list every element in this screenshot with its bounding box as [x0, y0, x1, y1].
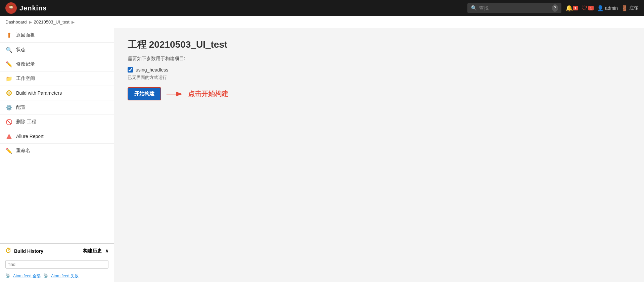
sidebar-item-build-params[interactable]: Build with Parameters: [0, 86, 114, 100]
status-icon: 🔍: [5, 46, 13, 53]
sidebar-item-build-params-label: Build with Parameters: [16, 90, 62, 96]
search-input[interactable]: [479, 5, 550, 11]
history-icon: ⏱: [5, 247, 11, 254]
app-title: Jenkins: [19, 4, 47, 12]
param-row: using_headless: [128, 67, 631, 73]
collapse-icon[interactable]: ∧: [105, 248, 108, 253]
delete-icon: 🚫: [5, 118, 13, 126]
sidebar-item-delete-label: 删除 工程: [16, 119, 36, 125]
sidebar-item-changes-label: 修改记录: [16, 61, 35, 67]
sidebar-item-config[interactable]: ⚙️ 配置: [0, 100, 114, 115]
admin-link[interactable]: 👤 admin: [597, 5, 618, 11]
logout-label: 注销: [629, 5, 639, 11]
sidebar-item-delete[interactable]: 🚫 删除 工程: [0, 115, 114, 129]
jenkins-logo: [5, 2, 17, 14]
build-subtitle: 需要如下参数用于构建项目:: [128, 56, 631, 62]
logo-area: Jenkins: [5, 2, 47, 14]
svg-point-6: [8, 92, 10, 94]
atom-feed-all-link[interactable]: Atom feed 全部: [13, 273, 41, 279]
build-history-left: ⏱ Build History: [5, 247, 43, 254]
sidebar-item-back[interactable]: ⬆ 返回面板: [0, 28, 114, 43]
build-history-title: Build History: [14, 248, 43, 254]
build-history-section: ⏱ Build History 构建历史 ∧ 📡 Atom feed 全部 📡 …: [0, 243, 114, 282]
allure-icon: [5, 133, 13, 140]
admin-label: admin: [605, 5, 618, 11]
atom-feed-icon-2: 📡: [43, 273, 48, 279]
back-icon: ⬆: [5, 32, 13, 39]
atom-feeds: 📡 Atom feed 全部 📡 Atom feed 失败: [0, 271, 114, 282]
sidebar-item-status-label: 状态: [16, 47, 26, 53]
sidebar-item-workspace[interactable]: 📁 工作空间: [0, 72, 114, 86]
start-build-button[interactable]: 开始构建: [128, 87, 161, 100]
annotation-arrow: [165, 89, 185, 99]
arrow-annotation: 点击开始构建: [165, 89, 228, 99]
build-history-subtitle: 构建历史: [83, 248, 102, 253]
logout-link[interactable]: 🚪 注销: [621, 5, 639, 11]
breadcrumb-sep-2: ▶: [72, 20, 75, 25]
svg-point-2: [10, 6, 10, 7]
user-icon: 👤: [597, 5, 604, 11]
build-history-header: ⏱ Build History 构建历史 ∧: [0, 243, 114, 258]
project-title: 工程 20210503_UI_test: [128, 38, 631, 51]
atom-feed-fail-link[interactable]: Atom feed 失败: [51, 273, 79, 279]
help-icon[interactable]: ?: [552, 4, 558, 12]
sidebar-item-workspace-label: 工作空间: [16, 76, 35, 82]
sidebar-item-allure[interactable]: Allure Report: [0, 129, 114, 144]
workspace-icon: 📁: [5, 75, 13, 82]
search-icon: 🔍: [471, 5, 477, 11]
main-layout: ⬆ 返回面板 🔍 状态 ✏️ 修改记录 📁 工作空间: [0, 28, 644, 282]
sidebar-item-back-label: 返回面板: [16, 32, 35, 38]
annotation-text: 点击开始构建: [188, 89, 228, 98]
breadcrumb-project[interactable]: 20210503_UI_test: [34, 19, 70, 25]
svg-point-3: [12, 6, 12, 7]
build-history-search-area: [0, 258, 114, 271]
security-shield[interactable]: 🛡 1: [582, 5, 594, 12]
annotation-row: 开始构建 点击开始构建: [128, 87, 631, 100]
security-badge: 1: [588, 6, 594, 10]
header-actions: 🔔 1 🛡 1 👤 admin 🚪 注销: [565, 4, 639, 12]
logout-icon: 🚪: [621, 5, 628, 11]
sidebar: ⬆ 返回面板 🔍 状态 ✏️ 修改记录 📁 工作空间: [0, 28, 114, 282]
sidebar-item-status[interactable]: 🔍 状态: [0, 43, 114, 57]
sidebar-item-allure-label: Allure Report: [16, 134, 44, 139]
sidebar-item-config-label: 配置: [16, 104, 26, 110]
main-content: 工程 20210503_UI_test 需要如下参数用于构建项目: using_…: [114, 28, 644, 282]
breadcrumb-dashboard[interactable]: Dashboard: [5, 19, 27, 25]
param-checkbox[interactable]: [128, 67, 133, 73]
sidebar-item-rename[interactable]: ✏️ 重命名: [0, 144, 114, 158]
search-bar[interactable]: 🔍 ?: [467, 3, 561, 13]
sidebar-item-changes[interactable]: ✏️ 修改记录: [0, 57, 114, 72]
build-history-search-input[interactable]: [5, 260, 108, 269]
notifications-bell[interactable]: 🔔 1: [565, 4, 578, 12]
param-label: using_headless: [136, 67, 168, 73]
header: Jenkins 🔍 ? 🔔 1 🛡 1 👤 admin 🚪 注销: [0, 0, 644, 16]
sidebar-item-rename-label: 重命名: [16, 148, 30, 154]
sidebar-nav: ⬆ 返回面板 🔍 状态 ✏️ 修改记录 📁 工作空间: [0, 28, 114, 243]
build-params-icon: [5, 89, 13, 97]
changes-icon: ✏️: [5, 60, 13, 68]
notifications-badge: 1: [573, 6, 578, 10]
rename-icon: ✏️: [5, 147, 13, 154]
breadcrumb-sep-1: ▶: [29, 20, 32, 25]
config-icon: ⚙️: [5, 104, 13, 111]
param-desc: 已无界面的方式运行: [128, 75, 631, 81]
build-history-right: 构建历史 ∧: [83, 248, 108, 254]
atom-feed-icon-1: 📡: [5, 273, 10, 279]
breadcrumb: Dashboard ▶ 20210503_UI_test ▶: [0, 16, 644, 28]
